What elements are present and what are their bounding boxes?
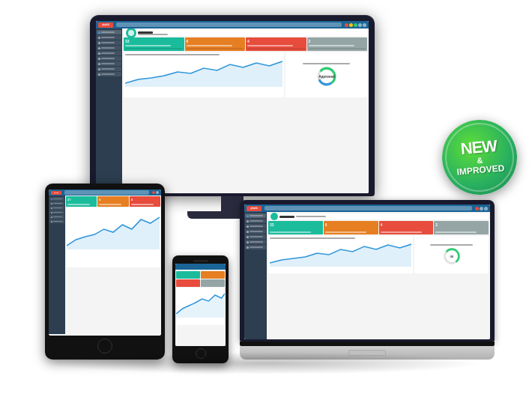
tablet-screen: phpkb [49,190,161,336]
laptop-screen: phpkb [244,204,490,339]
laptop-bezel: phpkb [240,200,495,342]
badge-improved-text: IMPROVED [456,163,505,178]
monitor-screen: phpkb [96,21,369,193]
phone-screen [175,264,226,346]
svg-text:Approved: Approved [318,75,335,79]
tablet-home-button[interactable] [97,339,112,354]
laptop-device: phpkb [240,200,495,360]
scene-shadow [49,352,483,375]
tablet-dashboard: phpkb [49,190,161,336]
badge-new-text: NEW [460,138,498,157]
monitor-dashboard: phpkb [96,21,369,193]
phone-bezel [172,255,229,363]
phone-device [172,255,229,363]
badge-amp-text: & [477,155,483,165]
phone-dashboard [175,264,226,346]
new-improved-badge: NEW & IMPROVED [439,117,520,198]
tablet-device: phpkb [45,184,165,360]
scene: phpkb [0,0,532,397]
monitor-bezel: phpkb [90,15,375,196]
tablet-bezel: phpkb [45,184,165,360]
svg-text:OK: OK [450,255,454,258]
laptop-dashboard: phpkb [244,204,490,339]
